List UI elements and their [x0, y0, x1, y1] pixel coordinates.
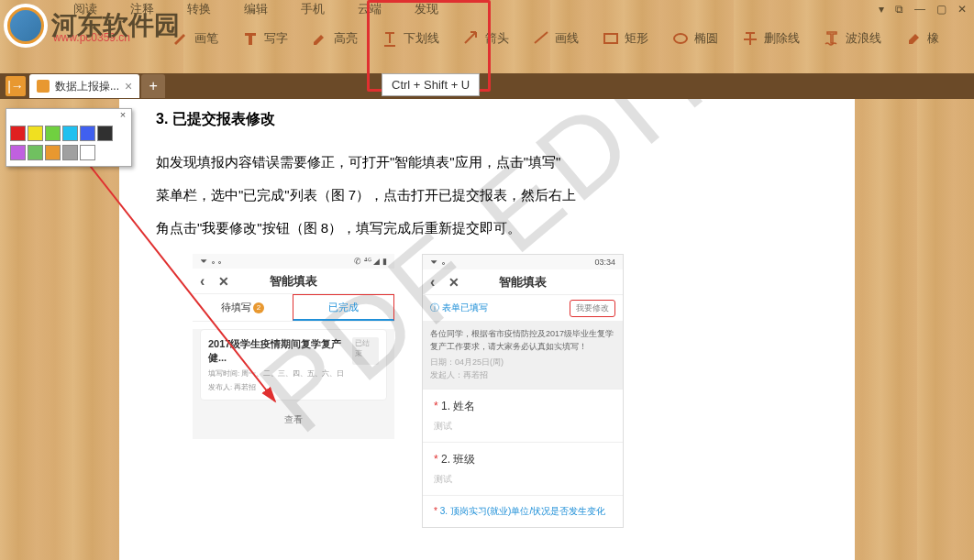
tool-text[interactable]: 写字	[240, 28, 288, 49]
highlight-icon	[310, 28, 330, 49]
phone1-close-icon: ✕	[218, 274, 229, 289]
swatch-orange[interactable]	[45, 145, 61, 160]
phone-screenshot-2: ⏷ ⚬03:34 ‹ ✕ 智能填表 ⓘ 表单已填写 我要修改 各位同学，根据省市…	[422, 254, 624, 528]
swatch-blue[interactable]	[80, 126, 95, 141]
phone-screenshot-1: ⏷ ⚬ ⚬✆ ⁴ᴳ ◢ ▮ ‹ ✕ 智能填表 待填写2 已完成 2017级学生疫…	[193, 254, 394, 528]
underline-icon	[380, 28, 400, 49]
tab-active[interactable]: 数据上报操... ×	[29, 74, 139, 98]
tab-close-icon[interactable]: ×	[125, 79, 132, 93]
win-close-icon[interactable]: ✕	[957, 3, 967, 16]
tool-wave[interactable]: 波浪线	[822, 28, 881, 49]
doc-section-title: 3. 已提交报表修改	[156, 110, 827, 129]
menu-convert[interactable]: 转换	[187, 1, 211, 17]
phone2-back-icon: ‹	[430, 274, 435, 291]
phone1-title: 智能填表	[270, 273, 317, 290]
menu-phone[interactable]: 手机	[301, 1, 325, 17]
swatch-cyan[interactable]	[62, 126, 78, 141]
svg-point-1	[674, 34, 687, 43]
tooltip-shortcut: Ctrl + Shift + U	[382, 73, 480, 96]
win-max-icon[interactable]: ▢	[936, 3, 946, 16]
swatch-white[interactable]	[80, 145, 95, 160]
eraser-icon	[903, 28, 924, 49]
swatch-red[interactable]	[10, 126, 26, 141]
phone2-modify-btn: 我要修改	[570, 300, 615, 317]
phone2-field-class: 2. 班级 测试	[423, 442, 623, 495]
arrow-icon	[461, 28, 481, 49]
tool-ellipse[interactable]: 椭圆	[670, 28, 718, 49]
swatch-purple[interactable]	[10, 145, 26, 160]
doc-para-1: 如发现填报内容错误需要修正，可打开"智能填表"应用，点击"填写"	[156, 146, 827, 179]
tool-rect[interactable]: 矩形	[601, 28, 648, 49]
phone2-title: 智能填表	[499, 274, 547, 291]
swatch-gray[interactable]	[62, 145, 78, 160]
tool-highlight[interactable]: 高亮	[310, 28, 358, 49]
phone1-tab-done: 已完成	[293, 294, 394, 321]
win-pin-icon[interactable]: ▾	[879, 3, 884, 16]
palette-close-icon[interactable]: ×	[116, 109, 129, 122]
doc-para-3: 角点击"我要修改"按钮（图 8），填写完成后重新提交即可。	[156, 212, 827, 245]
line-icon	[531, 28, 551, 49]
phone2-close-icon: ✕	[448, 275, 459, 290]
tool-line[interactable]: 画线	[531, 28, 579, 49]
tool-underline[interactable]: 下划线	[380, 28, 439, 49]
wave-icon	[822, 28, 842, 49]
win-min-icon[interactable]: —	[914, 3, 925, 16]
phone1-card: 2017级学生疫情期间复学复产健...已结束 填写时间: 周一、二、三、四、五、…	[200, 329, 387, 401]
tool-strike[interactable]: 删除线	[740, 28, 800, 49]
phone2-notice: 各位同学，根据省市疫情防控及2017级毕业生复学复产工作要求，请大家务必认真如实…	[423, 321, 623, 389]
phone2-field-q3: * 3. 顶岗实习(就业)单位/状况是否发生变化	[423, 495, 623, 527]
menu-discover[interactable]: 发现	[415, 1, 438, 17]
pdf-file-icon	[37, 80, 50, 93]
strike-icon	[740, 28, 760, 49]
menu-edit[interactable]: 编辑	[244, 1, 268, 17]
tab-new[interactable]: +	[141, 74, 165, 98]
phone2-field-name: 1. 姓名 测试	[423, 389, 623, 442]
swatch-green2[interactable]	[28, 145, 43, 160]
swatch-green[interactable]	[45, 126, 61, 141]
tool-arrow[interactable]: 箭头	[461, 28, 509, 49]
logo-text: 河东软件园	[51, 8, 180, 43]
tab-title: 数据上报操...	[55, 79, 119, 94]
phone1-more: 查看	[193, 408, 394, 432]
tool-eraser[interactable]: 橡	[903, 28, 939, 49]
win-skin-icon[interactable]: ⧉	[895, 3, 903, 16]
text-icon	[240, 28, 260, 49]
phone1-tab-pending: 待填写2	[193, 294, 293, 321]
doc-para-2: 菜单栏，选中"已完成"列表（图 7），点击打开已提交报表，然后右上	[156, 179, 827, 212]
tab-nav-icon[interactable]: |→	[6, 76, 26, 96]
menu-cloud[interactable]: 云端	[358, 1, 382, 17]
rect-icon	[601, 28, 621, 49]
svg-rect-0	[604, 34, 617, 43]
ellipse-icon	[670, 28, 691, 49]
phone1-back-icon: ‹	[200, 273, 205, 290]
swatch-black[interactable]	[97, 126, 113, 141]
color-palette-panel[interactable]: ×	[6, 108, 132, 167]
swatch-yellow[interactable]	[28, 126, 43, 141]
